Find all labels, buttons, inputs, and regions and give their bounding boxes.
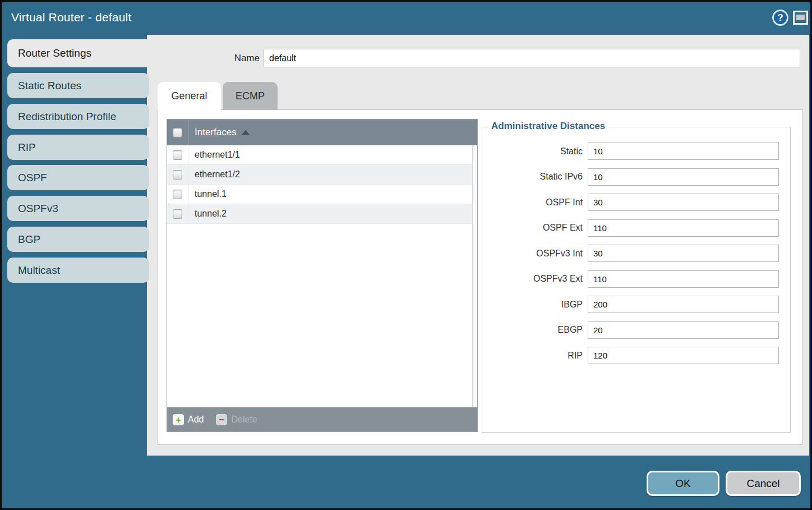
sidebar-item-bgp[interactable]: BGP [7, 227, 149, 252]
field-row: IBGP [482, 292, 790, 318]
interface-name: tunnel.2 [188, 209, 227, 219]
sidebar-item-rip[interactable]: RIP [7, 135, 149, 160]
row-checkbox[interactable] [173, 209, 182, 219]
sidebar-item-redistribution-profile[interactable]: Redistribution Profile [7, 104, 149, 129]
ok-button[interactable]: OK [647, 471, 719, 496]
select-all-cell [167, 120, 188, 145]
field-row: EBGP [482, 318, 790, 343]
sidebar-item-multicast[interactable]: Multicast [7, 258, 149, 283]
sort-ascending-icon [242, 130, 250, 135]
table-row[interactable]: ethernet1/1 [167, 145, 477, 165]
delete-button-label: Delete [231, 415, 257, 425]
administrative-distances-group: Administrative Distances Static Static I… [482, 127, 791, 433]
field-label: IBGP [482, 300, 588, 310]
window-icon[interactable] [793, 11, 808, 25]
ebgp-distance-input[interactable] [588, 321, 779, 339]
add-button[interactable]: + Add [173, 414, 204, 425]
table-scrollbar[interactable] [472, 145, 477, 407]
rip-distance-input[interactable] [588, 347, 779, 364]
virtual-router-dialog: Virtual Router - default ? Router Settin… [0, 0, 812, 510]
sidebar-item-static-routes[interactable]: Static Routes [7, 73, 149, 98]
interfaces-column-header: Interfaces [188, 127, 237, 138]
cancel-button[interactable]: Cancel [726, 471, 801, 496]
field-row: Static IPv6 [482, 164, 790, 190]
interface-name: tunnel.1 [188, 189, 227, 199]
table-row[interactable]: ethernet1/2 [167, 165, 477, 185]
field-row: OSPFv3 Ext [482, 267, 790, 292]
sidebar-item-ospfv3[interactable]: OSPFv3 [7, 196, 149, 221]
field-label: OSPFv3 Ext [482, 274, 588, 284]
field-row: Static [482, 139, 790, 164]
interfaces-table-body: ethernet1/1 ethernet1/2 tunnel.1 tunnel.… [167, 145, 477, 407]
static-distance-input[interactable] [588, 143, 779, 160]
help-icon[interactable]: ? [772, 10, 788, 26]
field-label: OSPF Int [482, 197, 588, 208]
field-label: OSPFv3 Int [482, 249, 588, 259]
static-ipv6-distance-input[interactable] [588, 168, 779, 186]
sidebar-item-router-settings[interactable]: Router Settings [7, 39, 151, 67]
delete-icon: − [216, 414, 227, 425]
field-row: OSPF Ext [482, 215, 790, 241]
ospf-ext-distance-input[interactable] [588, 219, 779, 237]
row-checkbox[interactable] [173, 190, 182, 199]
row-checkbox-cell [167, 145, 188, 164]
field-label: Static IPv6 [482, 172, 588, 182]
ospfv3-ext-distance-input[interactable] [588, 270, 779, 288]
sidebar-item-ospf[interactable]: OSPF [7, 165, 149, 190]
field-label: Static [482, 146, 588, 157]
field-row: RIP [482, 343, 790, 369]
field-row: OSPFv3 Int [482, 241, 790, 267]
select-all-checkbox[interactable] [173, 128, 182, 137]
field-label: OSPF Ext [482, 223, 588, 233]
row-checkbox[interactable] [173, 150, 182, 160]
row-checkbox-cell [167, 204, 188, 223]
row-checkbox-cell [167, 165, 188, 184]
row-checkbox[interactable] [173, 170, 182, 180]
interface-name: ethernet1/2 [188, 169, 240, 180]
window-icon-inner [796, 15, 805, 20]
interface-name: ethernet1/1 [188, 150, 240, 160]
general-tab-panel: Interfaces ethernet1/1 ethernet1/2 tunne… [158, 109, 802, 445]
ospf-int-distance-input[interactable] [588, 194, 779, 211]
dialog-title: Virtual Router - default [11, 11, 132, 24]
interfaces-table: Interfaces ethernet1/1 ethernet1/2 tunne… [167, 119, 478, 432]
field-row: OSPF Int [482, 190, 790, 215]
row-checkbox-cell [167, 185, 188, 204]
field-label: EBGP [482, 325, 588, 335]
interfaces-table-header[interactable]: Interfaces [167, 120, 477, 145]
ospfv3-int-distance-input[interactable] [588, 245, 779, 262]
add-button-label: Add [188, 415, 204, 425]
table-row[interactable]: tunnel.2 [167, 204, 477, 224]
table-row[interactable]: tunnel.1 [167, 185, 477, 204]
group-legend: Administrative Distances [488, 121, 608, 132]
interfaces-table-toolbar: + Add − Delete [167, 407, 477, 431]
name-label: Name [204, 49, 260, 67]
delete-button: − Delete [216, 414, 257, 425]
tab-general[interactable]: General [158, 82, 221, 110]
add-icon: + [173, 414, 184, 425]
name-input[interactable] [264, 49, 800, 67]
ibgp-distance-input[interactable] [588, 296, 779, 313]
tab-ecmp[interactable]: ECMP [223, 82, 278, 110]
field-label: RIP [482, 351, 588, 361]
